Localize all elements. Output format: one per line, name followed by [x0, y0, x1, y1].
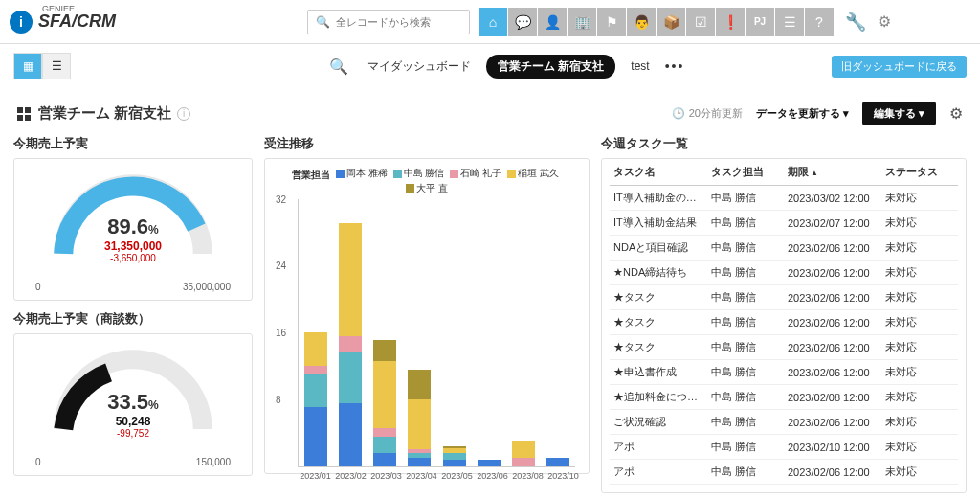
last-updated: 🕒 20分前更新	[672, 106, 743, 121]
legend-item[interactable]: 大平 直	[406, 182, 448, 195]
table-row[interactable]: ご状況確認中島 勝信2023/02/06 12:00未対応	[610, 410, 958, 435]
nav-box-icon[interactable]: 📦	[657, 8, 685, 36]
chart-title: 受注推移	[264, 135, 590, 152]
wrench-icon[interactable]: 🔧	[845, 11, 866, 33]
bar-col	[333, 223, 368, 466]
gauge-card-2: 今期売上予実（商談数） 33.5% 50,248 -99,752 0 150,0	[13, 310, 253, 476]
topbar: GENIEE i SFA/CRM 🔍 ⌂ 💬 👤 🏢 ⚑ 👨 📦 ☑ ❗ PJ …	[0, 0, 980, 44]
nav-home-icon[interactable]: ⌂	[479, 8, 507, 36]
tab-my-dashboard[interactable]: マイダッシュボード	[368, 58, 471, 75]
sort-asc-icon: ▲	[811, 169, 818, 177]
bar-col	[506, 441, 541, 465]
chart-card: 受注推移 営業担当 岡本 雅稀中島 勝信石崎 礼子稲垣 武久大平 直 81624…	[264, 135, 590, 493]
table-row[interactable]: IT導入補助金の検討中島 勝信2023/03/02 12:00未対応	[610, 186, 958, 211]
gauge-card-1: 今期売上予実 89.6% 31,350,000 -3,650,000 0 35,	[13, 135, 253, 301]
nav-user-icon[interactable]: 👤	[538, 8, 567, 36]
titlebar: 営業チーム 新宿支社 i 🕒 20分前更新 データを更新する ▾ 編集する ▾ …	[0, 88, 980, 135]
nav-pj-icon[interactable]: PJ	[746, 8, 774, 36]
chevron-down-icon: ▾	[919, 107, 924, 119]
gear-icon[interactable]: ⚙	[949, 104, 963, 123]
tab-more-icon[interactable]: •••	[665, 58, 685, 74]
gauge1-value: 31,350,000	[22, 239, 244, 253]
bar-col	[437, 446, 472, 466]
gauge1-diff: -3,650,000	[22, 253, 244, 263]
nav-list-icon[interactable]: ☰	[775, 8, 804, 36]
bar-col	[368, 340, 402, 465]
bar-col	[402, 370, 436, 466]
tab-test[interactable]: test	[631, 59, 649, 73]
task-table: タスク名 タスク担当 期限▲ ステータス IT導入補助金の検討中島 勝信2023…	[610, 159, 958, 485]
table-row[interactable]: ★申込書作成中島 勝信2023/02/06 12:00未対応	[610, 360, 958, 385]
clock-icon: 🕒	[672, 107, 685, 120]
legend-item[interactable]: 石崎 礼子	[450, 167, 501, 180]
logo[interactable]: GENIEE i SFA/CRM	[10, 11, 116, 34]
search-icon: 🔍	[316, 15, 330, 29]
search-input[interactable]	[336, 16, 468, 28]
grid-view-button[interactable]: ▦	[13, 53, 42, 79]
title-grid-icon	[17, 107, 31, 121]
dashboard: 今期売上予実 89.6% 31,350,000 -3,650,000 0 35,	[0, 135, 980, 493]
nav-check-icon[interactable]: ☑	[686, 8, 715, 36]
dashboard-tabs: マイダッシュボード 営業チーム 新宿支社 test •••	[368, 55, 684, 79]
grid-icon: ▦	[23, 59, 33, 73]
logo-text: SFA/CRM	[38, 11, 116, 32]
back-to-old-button[interactable]: 旧ダッシュボードに戻る	[832, 56, 967, 78]
table-row[interactable]: アポ中島 勝信2023/02/06 12:00未対応	[610, 460, 958, 485]
chart-x-axis: 2023/012023/022023/032023/042023/052023/…	[298, 471, 581, 481]
bar-col	[299, 332, 333, 466]
chevron-down-icon: ▾	[843, 107, 849, 119]
info-icon[interactable]: i	[177, 107, 190, 121]
table-row[interactable]: ★タスク中島 勝信2023/02/06 12:00未対応	[610, 310, 958, 335]
gauge1-title: 今期売上予実	[13, 135, 253, 152]
list-icon: ☰	[52, 59, 62, 73]
chart-legend: 営業担当 岡本 雅稀中島 勝信石崎 礼子稲垣 武久大平 直	[273, 167, 581, 195]
nav-chat-icon[interactable]: 💬	[508, 8, 537, 36]
tasks-card: 今週タスク一覧 タスク名 タスク担当 期限▲ ステータス IT導入補助金の検討中…	[601, 135, 967, 493]
table-row[interactable]: ★追加料金について中島 勝信2023/02/08 12:00未対応	[610, 385, 958, 410]
th-task-due[interactable]: 期限▲	[784, 159, 881, 186]
bar-col	[541, 458, 575, 466]
settings-gear-icon[interactable]: ⚙	[878, 12, 891, 31]
legend-item[interactable]: 稲垣 武久	[507, 167, 559, 180]
view-toggle: ▦ ☰	[13, 53, 71, 79]
nav-building-icon[interactable]: 🏢	[568, 8, 596, 36]
table-row[interactable]: ★NDA締結待ち中島 勝信2023/02/06 12:00未対応	[610, 261, 958, 285]
sub-search-icon[interactable]: 🔍	[329, 57, 348, 76]
table-row[interactable]: NDAと項目確認中島 勝信2023/02/06 12:00未対応	[610, 236, 958, 261]
title-actions: 🕒 20分前更新 データを更新する ▾ 編集する ▾ ⚙	[672, 102, 963, 125]
global-search[interactable]: 🔍	[307, 10, 470, 34]
table-row[interactable]: アポ中島 勝信2023/02/10 12:00未対応	[610, 435, 958, 460]
gauge2-title: 今期売上予実（商談数）	[13, 310, 253, 328]
chart-area: 8162432	[298, 199, 575, 467]
bar-col	[472, 460, 506, 466]
table-row[interactable]: ★タスク中島 勝信2023/02/06 12:00未対応	[610, 285, 958, 310]
list-view-button[interactable]: ☰	[42, 53, 71, 79]
nav-help-icon[interactable]: ?	[805, 8, 834, 36]
th-task-owner[interactable]: タスク担当	[707, 159, 784, 186]
subbar: ▦ ☰ 🔍 マイダッシュボード 営業チーム 新宿支社 test ••• 旧ダッシ…	[0, 44, 980, 88]
nav-alert-icon[interactable]: ❗	[716, 8, 745, 36]
gauge2-value: 50,248	[22, 415, 244, 428]
nav-flag-icon[interactable]: ⚑	[597, 8, 626, 36]
gauge2-diff: -99,752	[22, 428, 244, 439]
tab-team-shinjuku[interactable]: 営業チーム 新宿支社	[486, 55, 615, 79]
legend-item[interactable]: 岡本 雅稀	[336, 167, 388, 180]
table-row[interactable]: ★タスク中島 勝信2023/02/06 12:00未対応	[610, 335, 958, 360]
th-task-status[interactable]: ステータス	[881, 159, 958, 186]
nav-person-icon[interactable]: 👨	[627, 8, 656, 36]
page-title: 営業チーム 新宿支社	[38, 104, 171, 123]
logo-brand-small: GENIEE	[42, 4, 75, 13]
table-row[interactable]: IT導入補助金結果中島 勝信2023/02/07 12:00未対応	[610, 211, 958, 236]
legend-item[interactable]: 中島 勝信	[393, 167, 445, 180]
refresh-button[interactable]: データを更新する ▾	[756, 106, 849, 121]
edit-button[interactable]: 編集する ▾	[862, 102, 936, 125]
nav-icons: ⌂ 💬 👤 🏢 ⚑ 👨 📦 ☑ ❗ PJ ☰ ?	[478, 8, 834, 36]
logo-icon: i	[10, 11, 33, 34]
th-task-name[interactable]: タスク名	[610, 159, 707, 186]
tasks-title: 今週タスク一覧	[601, 135, 967, 152]
